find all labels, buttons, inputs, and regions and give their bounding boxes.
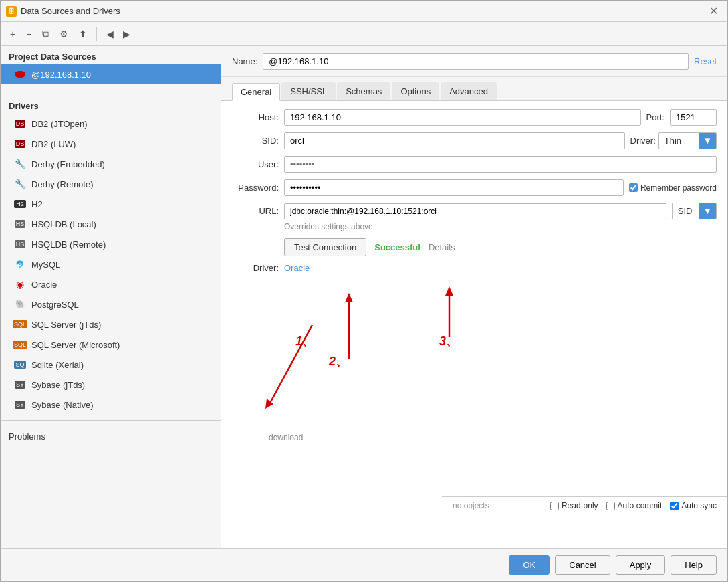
sid-dropdown-btn[interactable]: ▼ xyxy=(699,203,716,219)
sqlite-icon: SQ xyxy=(14,359,26,371)
sidebar-item-postgresql[interactable]: 🐘 PostgreSQL xyxy=(1,294,221,314)
export-button[interactable]: ⬆ xyxy=(75,26,91,42)
main-window: 🗄 Data Sources and Drivers ✕ + − ⧉ ⚙ ⬆ ◀… xyxy=(0,0,728,582)
sidebar-item-label: HSQLDB (Remote) xyxy=(31,239,106,250)
datasource-icon xyxy=(14,68,26,80)
autocommit-checkbox[interactable] xyxy=(606,502,615,510)
success-text: Successful xyxy=(374,242,420,252)
readonly-checkbox[interactable] xyxy=(550,502,559,510)
sid-row: SID: Driver: Thin ▼ xyxy=(232,132,717,149)
sidebar-item-oracle[interactable]: ◉ Oracle xyxy=(1,274,221,294)
help-button[interactable]: Help xyxy=(671,555,717,575)
autosync-label: Auto sync xyxy=(681,501,717,510)
sidebar-item-datasource[interactable]: @192.168.1.10 xyxy=(1,64,221,84)
sidebar-item-label: DB2 (LUW) xyxy=(31,139,76,149)
driver-display-row: Driver: Oracle xyxy=(232,263,717,273)
driver-display-value[interactable]: Oracle xyxy=(284,263,310,273)
close-button[interactable]: ✕ xyxy=(705,3,722,19)
derby-embedded-icon: 🔧 xyxy=(14,158,26,170)
sidebar-item-label: Derby (Embedded) xyxy=(31,159,105,169)
sidebar-item-label: Sybase (jTds) xyxy=(31,380,85,390)
toolbar-separator xyxy=(96,27,97,41)
forward-button[interactable]: ▶ xyxy=(119,26,134,42)
sidebar-item-label: Derby (Remote) xyxy=(31,179,93,189)
sidebar-item-sybase-native[interactable]: SY Sybase (Native) xyxy=(1,395,221,415)
user-label: User: xyxy=(232,159,279,169)
arrow1-group: 1、 xyxy=(265,325,314,409)
sidebar-item-db2-luw[interactable]: DB DB2 (LUW) xyxy=(1,134,221,154)
project-data-sources-title: Project Data Sources xyxy=(1,46,221,64)
test-connection-button[interactable]: Test Connection xyxy=(284,238,366,256)
remove-button[interactable]: − xyxy=(22,26,35,42)
password-label: Password: xyxy=(232,183,279,193)
sidebar-item-sqlserver-microsoft[interactable]: SQL SQL Server (Microsoft) xyxy=(1,334,221,355)
apply-button[interactable]: Apply xyxy=(616,555,666,575)
back-button[interactable]: ◀ xyxy=(102,26,118,42)
sidebar-item-label: Oracle xyxy=(31,280,57,290)
sid-select[interactable]: SID ▼ xyxy=(672,203,717,219)
sidebar-item-label: SQL Server (jTds) xyxy=(31,320,101,330)
annotation-area: 1、 2、 3、 xyxy=(232,278,717,479)
sidebar-item-sqlserver-jtds[interactable]: SQL SQL Server (jTds) xyxy=(1,314,221,334)
ok-button[interactable]: OK xyxy=(509,555,550,575)
tab-options[interactable]: Options xyxy=(392,82,439,100)
user-input[interactable] xyxy=(284,156,717,173)
annotation-svg: 1、 2、 3、 xyxy=(232,278,717,479)
sidebar-item-sqlite[interactable]: SQ Sqlite (Xerial) xyxy=(1,355,221,375)
problems-item[interactable]: Problems xyxy=(1,426,221,447)
port-input[interactable] xyxy=(670,109,717,126)
password-input[interactable] xyxy=(284,179,624,196)
autocommit-group: Auto commit xyxy=(606,501,662,510)
right-panel: Name: Reset General SSH/SSL Schemas Opti… xyxy=(221,46,727,548)
url-input[interactable] xyxy=(284,203,666,219)
sidebar-item-derby-remote[interactable]: 🔧 Derby (Remote) xyxy=(1,174,221,194)
tab-sshssl[interactable]: SSH/SSL xyxy=(281,82,336,100)
bottom-bar: no objects Read-only Auto commit Auto xyxy=(442,496,727,514)
sidebar-item-db2-jtopen[interactable]: DB DB2 (JTOpen) xyxy=(1,114,221,134)
tabs: General SSH/SSL Schemas Options Advanced xyxy=(221,77,727,101)
tab-general[interactable]: General xyxy=(232,83,280,101)
sidebar-item-hsqldb-remote[interactable]: HS HSQLDB (Remote) xyxy=(1,234,221,254)
sidebar-item-h2[interactable]: H2 H2 xyxy=(1,194,221,214)
db2-jtopen-icon: DB xyxy=(14,118,26,130)
driver-dropdown-btn[interactable]: ▼ xyxy=(699,133,716,149)
port-group: Port: xyxy=(646,109,717,126)
tab-content-inner: Host: Port: SID: Driver: xyxy=(232,109,717,479)
arrow1-line xyxy=(269,325,312,405)
details-link[interactable]: Details xyxy=(429,242,455,252)
autosync-checkbox[interactable] xyxy=(670,502,679,510)
driver-select-value: Thin xyxy=(659,133,699,149)
sidebar-item-mysql[interactable]: 🐬 MySQL xyxy=(1,254,221,274)
autosync-group: Auto sync xyxy=(670,501,717,510)
remember-row: Remember password xyxy=(629,183,717,193)
driver-select[interactable]: Thin ▼ xyxy=(658,132,717,149)
cancel-button[interactable]: Cancel xyxy=(555,555,610,575)
drivers-title: Drivers xyxy=(1,96,221,114)
postgresql-icon: 🐘 xyxy=(14,298,26,310)
copy-button[interactable]: ⧉ xyxy=(38,25,53,42)
reset-link[interactable]: Reset xyxy=(694,56,717,66)
sidebar-item-label: HSQLDB (Local) xyxy=(31,219,96,229)
derby-remote-icon: 🔧 xyxy=(14,178,26,190)
sidebar-item-sybase-jtds[interactable]: SY Sybase (jTds) xyxy=(1,375,221,395)
sidebar-item-derby-embedded[interactable]: 🔧 Derby (Embedded) xyxy=(1,154,221,174)
tab-advanced[interactable]: Advanced xyxy=(441,82,497,100)
url-label: URL: xyxy=(232,206,279,216)
add-button[interactable]: + xyxy=(6,26,19,42)
user-row: User: xyxy=(232,156,717,173)
tab-schemas[interactable]: Schemas xyxy=(337,82,390,100)
sidebar-item-hsqldb-local[interactable]: HS HSQLDB (Local) xyxy=(1,214,221,234)
sid-input[interactable] xyxy=(284,132,625,149)
url-row: URL: SID ▼ xyxy=(232,203,717,219)
arrow3-label: 3、 xyxy=(439,334,458,348)
sidebar-item-label: PostgreSQL xyxy=(31,300,79,310)
port-label: Port: xyxy=(646,112,664,122)
sqlserver-jtds-icon: SQL xyxy=(14,318,26,330)
arrow2-group: 2、 xyxy=(328,293,353,368)
remember-checkbox[interactable] xyxy=(629,183,638,192)
host-label: Host: xyxy=(232,112,279,122)
window-title: Data Sources and Drivers xyxy=(21,6,120,16)
settings-button[interactable]: ⚙ xyxy=(55,26,72,42)
name-input[interactable] xyxy=(263,53,689,70)
host-input[interactable] xyxy=(284,109,641,126)
